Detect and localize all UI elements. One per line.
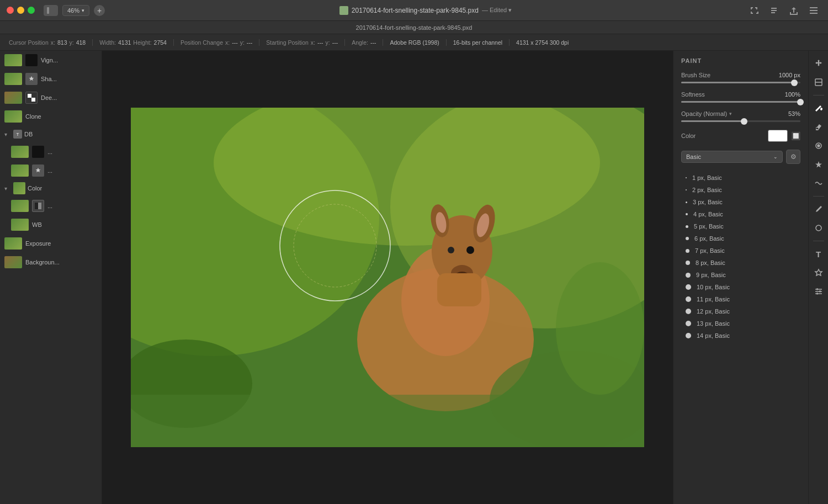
brush-list-item[interactable]: 3 px, Basic [681, 196, 800, 208]
heal-tool-button[interactable] [810, 156, 827, 173]
close-button[interactable] [7, 7, 14, 14]
layer-item-color-child1[interactable]: ... [0, 197, 102, 215]
brush-preset-dropdown[interactable]: Basic ⌄ [681, 151, 783, 163]
zoom-value: 46% [67, 7, 79, 14]
brush-list-item[interactable]: 7 px, Basic [681, 245, 800, 257]
start-x-value: --- [317, 39, 323, 46]
layer-item-vignette[interactable]: Vign... [0, 51, 102, 70]
layer-mask-db2 [32, 165, 44, 177]
svg-marker-33 [815, 269, 822, 275]
pos-y-label: y: [240, 39, 245, 46]
brush-item-name: 3 px, Basic [693, 199, 723, 205]
fit-window-button[interactable] [746, 3, 762, 18]
erase-tool-button[interactable] [810, 119, 827, 135]
layer-thumb-vignette [4, 54, 22, 66]
layer-item-db-child1[interactable]: ... [0, 142, 102, 161]
brush-list-item[interactable]: 4 px, Basic [681, 208, 800, 220]
brush-list-item[interactable]: 10 px, Basic [681, 281, 800, 293]
canvas-area[interactable] [102, 51, 673, 504]
paint-tool-button[interactable] [810, 100, 827, 116]
brush-list-item[interactable]: 2 px, Basic [681, 184, 800, 196]
brush-dot [686, 309, 691, 314]
pos-x-label: x: [225, 39, 230, 46]
color-profile-value: Adobe RGB (1998) [390, 39, 439, 46]
brush-list-item[interactable]: 1 px, Basic [681, 172, 800, 184]
brush-list-item[interactable]: 8 px, Basic [681, 257, 800, 269]
softness-thumb[interactable] [797, 99, 804, 105]
chevron-down-icon: ▾ [82, 8, 84, 13]
layer-name-vignette: Vign... [41, 57, 97, 63]
zoom-control[interactable]: 46% ▾ [62, 5, 89, 16]
angle-label: Angle: [352, 39, 368, 46]
cursor-position-item: Cursor Position x: 813 y: 418 [9, 39, 93, 46]
sidebar-toggle-button[interactable] [44, 5, 58, 16]
group-toggle-color[interactable]: ▾ [4, 185, 11, 192]
brush-list-item[interactable]: 13 px, Basic [681, 317, 800, 330]
opacity-dropdown-arrow[interactable]: ▾ [729, 111, 732, 116]
add-tab-button[interactable]: + [94, 5, 105, 16]
minimize-button[interactable] [17, 7, 24, 14]
layer-item-deer[interactable]: Dee... [0, 88, 102, 107]
pencil-tool-button[interactable] [810, 201, 827, 217]
color-picker-icon[interactable]: 🔲 [791, 131, 800, 140]
layer-item-exposure[interactable]: Exposure [0, 234, 102, 253]
color-swatch[interactable] [768, 130, 788, 142]
cursor-y-value: 418 [76, 39, 86, 46]
eraser-tool-button[interactable] [810, 220, 827, 236]
stamp-tool-button[interactable] [810, 264, 827, 281]
opacity-slider[interactable] [681, 120, 800, 122]
group-toggle-db[interactable]: ▾ [4, 131, 11, 137]
layer-group-color[interactable]: ▾ Color [0, 180, 102, 197]
brush-list-item[interactable]: 14 px, Basic [681, 330, 800, 342]
layer-group-db[interactable]: ▾ T DB [0, 126, 102, 142]
opacity-fill [681, 120, 744, 122]
share-button[interactable] [786, 3, 802, 18]
layer-thumb-shadow [4, 73, 22, 85]
toolbar-sep-3 [813, 241, 824, 241]
brush-dot [686, 321, 691, 326]
settings-button[interactable] [806, 3, 821, 18]
text-tool-button[interactable]: T [810, 246, 827, 262]
brush-size-thumb[interactable] [791, 79, 798, 86]
select-tool-button[interactable] [810, 74, 827, 91]
file-icon [339, 6, 348, 15]
brush-dot [686, 296, 691, 302]
toolbar-sep-1 [813, 95, 824, 96]
clone-tool-button[interactable] [810, 137, 827, 154]
brush-list-item[interactable]: 6 px, Basic [681, 232, 800, 245]
softness-value: 100% [785, 91, 800, 98]
smudge-tool-button[interactable] [810, 175, 827, 192]
brush-list-item[interactable]: 11 px, Basic [681, 293, 800, 305]
brush-size-row: Brush Size 1000 px [681, 72, 800, 78]
dimensions-item: Width: 4131 Height: 2754 [93, 39, 174, 46]
brush-item-name: 12 px, Basic [697, 308, 730, 315]
export-button[interactable] [766, 3, 782, 18]
dropdown-arrow-icon: ⌄ [773, 154, 778, 160]
brush-dot [686, 237, 689, 240]
brush-size-slider[interactable] [681, 82, 800, 83]
brush-dot [686, 225, 688, 228]
layers-panel: Vign... Sha... Dee... Clone ▾ [0, 51, 102, 504]
adjust-tool-button[interactable] [810, 283, 827, 300]
maximize-button[interactable] [28, 7, 35, 14]
softness-slider[interactable] [681, 101, 800, 103]
opacity-thumb[interactable] [741, 118, 747, 125]
brush-list-item[interactable]: 9 px, Basic [681, 269, 800, 281]
svg-rect-3 [31, 98, 35, 102]
brush-item-name: 11 px, Basic [697, 296, 730, 303]
brush-item-name: 2 px, Basic [692, 187, 722, 193]
layer-item-shadow[interactable]: Sha... [0, 70, 102, 88]
starting-pos-label: Starting Position [266, 39, 308, 46]
layer-item-db-child2[interactable]: ... [0, 161, 102, 180]
layer-item-wb[interactable]: WB [0, 215, 102, 234]
brush-settings-button[interactable]: ⚙ [786, 150, 800, 164]
layer-item-background[interactable]: Backgroun... [0, 253, 102, 272]
traffic-lights [7, 7, 35, 14]
brush-list-item[interactable]: 12 px, Basic [681, 305, 800, 317]
opacity-label-group: Opacity (Normal) ▾ [681, 110, 732, 117]
infobar: Cursor Position x: 813 y: 418 Width: 413… [0, 34, 828, 51]
move-tool-button[interactable] [810, 55, 827, 72]
brush-list-item[interactable]: 5 px, Basic [681, 220, 800, 232]
layer-item-clone[interactable]: Clone [0, 107, 102, 126]
svg-rect-4 [35, 203, 38, 209]
